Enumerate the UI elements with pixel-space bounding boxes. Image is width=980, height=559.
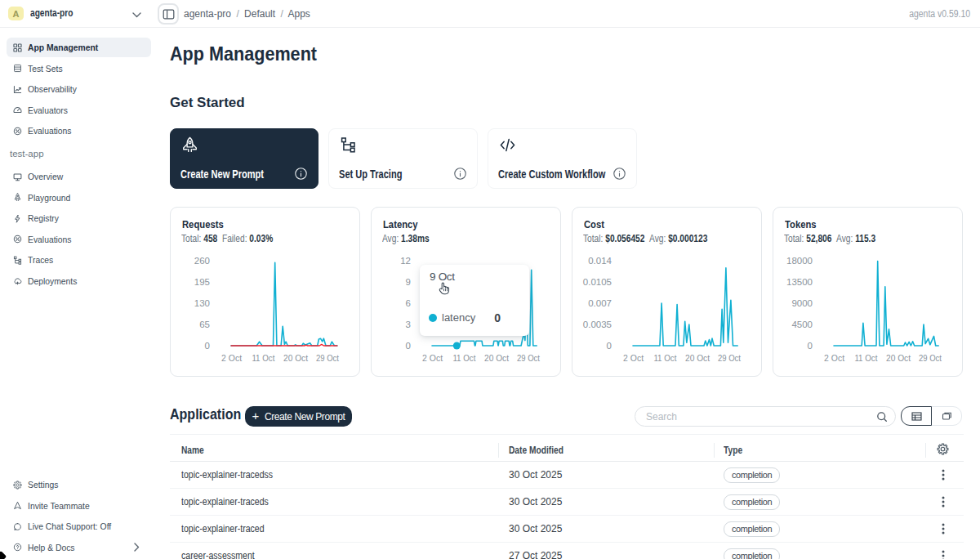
- svg-text:11 Oct: 11 Oct: [653, 353, 677, 363]
- svg-text:65: 65: [199, 320, 210, 329]
- svg-text:20 Oct: 20 Oct: [283, 353, 309, 363]
- svg-text:20 Oct: 20 Oct: [484, 353, 510, 363]
- svg-text:20 Oct: 20 Oct: [886, 353, 911, 363]
- svg-text:6: 6: [406, 298, 411, 308]
- svg-text:0: 0: [205, 341, 210, 351]
- svg-text:0: 0: [406, 341, 411, 351]
- svg-text:2 Oct: 2 Oct: [422, 353, 443, 363]
- svg-text:12: 12: [400, 256, 411, 266]
- svg-text:3: 3: [406, 320, 411, 329]
- svg-text:0: 0: [808, 341, 813, 351]
- svg-text:29 Oct: 29 Oct: [517, 353, 541, 363]
- svg-text:0: 0: [607, 341, 612, 351]
- svg-text:0.007: 0.007: [588, 298, 612, 308]
- svg-text:2 Oct: 2 Oct: [824, 353, 845, 363]
- svg-text:0.014: 0.014: [588, 256, 612, 266]
- svg-text:11 Oct: 11 Oct: [854, 353, 878, 363]
- svg-text:18000: 18000: [786, 256, 813, 266]
- svg-text:29 Oct: 29 Oct: [718, 353, 742, 363]
- svg-text:4500: 4500: [791, 320, 813, 329]
- svg-text:29 Oct: 29 Oct: [919, 353, 942, 363]
- svg-text:2 Oct: 2 Oct: [623, 353, 644, 363]
- svg-text:260: 260: [194, 256, 210, 266]
- svg-text:9000: 9000: [791, 298, 813, 308]
- svg-text:2 Oct: 2 Oct: [221, 353, 243, 363]
- svg-text:0.0105: 0.0105: [583, 277, 612, 287]
- svg-text:195: 195: [194, 277, 210, 287]
- svg-text:13500: 13500: [786, 277, 813, 287]
- svg-text:29 Oct: 29 Oct: [316, 353, 340, 363]
- svg-text:11 Oct: 11 Oct: [452, 353, 476, 363]
- svg-text:11 Oct: 11 Oct: [252, 353, 275, 363]
- svg-text:20 Oct: 20 Oct: [685, 353, 710, 363]
- svg-text:130: 130: [194, 298, 210, 308]
- svg-text:0.0035: 0.0035: [583, 320, 612, 329]
- svg-text:9: 9: [406, 277, 411, 287]
